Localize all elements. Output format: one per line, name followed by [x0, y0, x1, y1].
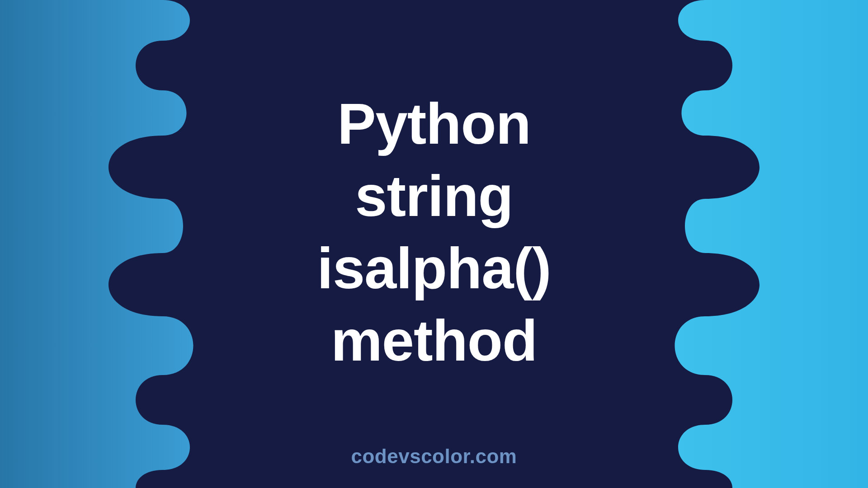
banner-card: Python string isalpha() method codevscol…: [0, 0, 868, 488]
title-line-4: method: [317, 305, 551, 377]
title-line-2: string: [317, 160, 551, 232]
banner-title: Python string isalpha() method: [317, 88, 551, 377]
title-line-1: Python: [317, 88, 551, 160]
title-line-3: isalpha(): [317, 232, 551, 305]
brand-watermark: codevscolor.com: [351, 445, 517, 468]
